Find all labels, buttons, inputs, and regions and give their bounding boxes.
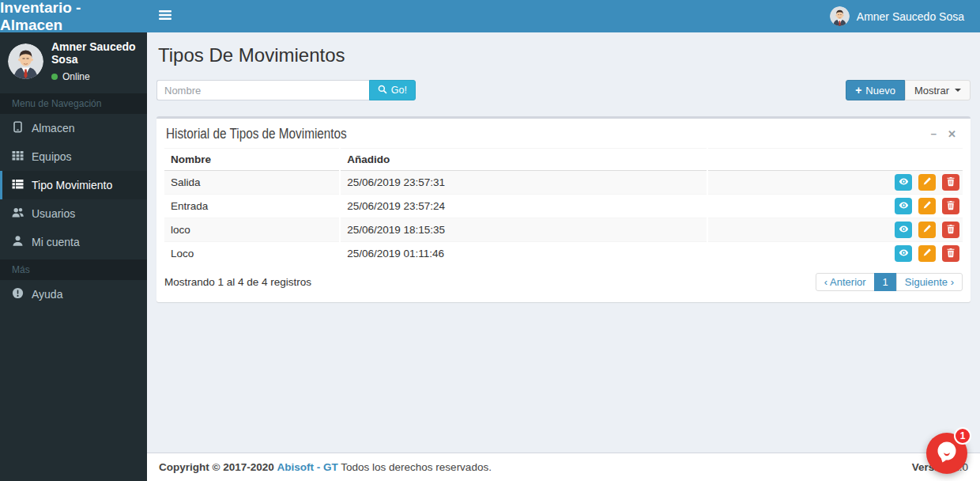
table-row: loco 25/06/2019 18:15:35 [164, 218, 963, 242]
trash-icon [946, 224, 956, 237]
table-row: Salida 25/06/2019 23:57:31 [164, 171, 963, 195]
view-button[interactable] [895, 245, 912, 262]
sidebar: Amner Saucedo Sosa Online Menu de Navega… [0, 32, 147, 481]
cell-nombre: Entrada [164, 195, 340, 218]
trash-icon [946, 248, 956, 260]
delete-button[interactable] [942, 198, 959, 214]
collapse-icon[interactable]: − [931, 129, 937, 139]
eye-icon [899, 224, 909, 237]
eye-icon [899, 176, 909, 189]
column-header-nombre: Nombre [164, 149, 340, 171]
hamburger-icon [159, 9, 172, 24]
delete-button[interactable] [942, 222, 959, 238]
sidebar-user-name: Amner Saucedo Sosa [51, 40, 139, 66]
sidebar-item-tipo-movimiento[interactable]: Tipo Movimiento [0, 171, 147, 199]
search-icon [378, 85, 387, 97]
navbar-user-menu[interactable]: Amner Saucedo Sosa [814, 0, 980, 32]
edit-button[interactable] [918, 174, 936, 191]
main-footer: Version 1.0 Copyright © 2017-2020 Abisof… [147, 453, 980, 481]
sidebar-item-usuarios[interactable]: Usuarios [0, 199, 147, 228]
table-body: Salida 25/06/2019 23:57:31 Entrada 25/06… [164, 171, 963, 266]
pencil-icon [922, 224, 932, 236]
edit-button[interactable] [918, 245, 936, 262]
sidebar-item-label: Mi cuenta [32, 236, 80, 248]
users-icon [12, 206, 24, 221]
cell-actions [707, 218, 963, 242]
table-footer: Mostrando 1 al 4 de 4 registros ‹ Anteri… [164, 265, 963, 294]
search-group: Go! [156, 80, 416, 100]
panel-header: Historial de Tipos de Movimientos − ✕ [156, 119, 971, 148]
view-button[interactable] [895, 198, 912, 214]
view-button[interactable] [895, 222, 912, 238]
trash-icon [946, 200, 956, 213]
sidebar-section-more: Más [0, 259, 147, 280]
pagination-next[interactable]: Siguiente › [896, 273, 963, 291]
footer-copyright: Copyright © 2017-2020 [159, 461, 274, 473]
pencil-icon [922, 200, 932, 212]
online-status-icon [51, 74, 58, 80]
cell-actions [707, 171, 963, 195]
sidebar-user-panel: Amner Saucedo Sosa Online [0, 32, 147, 90]
sidebar-toggle-button[interactable] [147, 0, 183, 32]
brand-logo[interactable]: Inventario - Almacen [0, 0, 147, 32]
cell-actions [707, 242, 963, 266]
show-button-label: Mostrar [914, 85, 949, 97]
navbar: Amner Saucedo Sosa [147, 0, 980, 32]
pagination-page-1[interactable]: 1 [874, 273, 897, 291]
navbar-user-name: Amner Saucedo Sosa [857, 10, 964, 23]
sidebar-item-label: Ayuda [32, 288, 62, 301]
sidebar-item-mi-cuenta[interactable]: Mi cuenta [0, 228, 147, 256]
edit-button[interactable] [918, 198, 936, 214]
sidebar-item-label: Tipo Movimiento [32, 179, 112, 191]
edit-button[interactable] [918, 222, 936, 238]
delete-button[interactable] [942, 245, 959, 262]
user-status-label: Online [62, 71, 90, 82]
chat-widget-button[interactable]: 1 [926, 433, 967, 474]
toolbar-buttons: + Nuevo Mostrar [846, 80, 971, 100]
pencil-icon [922, 176, 932, 188]
sidebar-section-nav: Menu de Navegación [0, 93, 147, 114]
cell-nombre: loco [164, 218, 340, 242]
cell-anadido: 25/06/2019 23:57:24 [340, 195, 707, 218]
sidebar-item-label: Usuarios [32, 207, 75, 220]
navbar-avatar [830, 6, 850, 26]
search-input[interactable] [156, 80, 369, 100]
chat-unread-badge: 1 [954, 427, 971, 445]
panel-body: Nombre Añadido Salida 25/06/2019 23:57:3… [156, 148, 971, 302]
panel-title: Historial de Tipos de Movimientos [166, 126, 347, 142]
new-button[interactable]: + Nuevo [846, 80, 905, 100]
delete-button[interactable] [942, 174, 959, 191]
search-go-button[interactable]: Go! [369, 80, 416, 100]
view-button[interactable] [895, 174, 912, 191]
table-row: Entrada 25/06/2019 23:57:24 [164, 195, 963, 218]
movements-table: Nombre Añadido Salida 25/06/2019 23:57:3… [164, 148, 963, 265]
user-icon [12, 235, 24, 249]
sidebar-item-almacen[interactable]: Almacen [0, 114, 147, 142]
show-dropdown-button[interactable]: Mostrar [905, 80, 971, 100]
page-title: Tipos De Movimientos [158, 44, 969, 66]
cell-anadido: 25/06/2019 18:15:35 [340, 218, 707, 242]
pagination-prev[interactable]: ‹ Anterior [816, 273, 875, 291]
cell-anadido: 25/06/2019 23:57:31 [340, 171, 707, 195]
sidebar-item-equipos[interactable]: Equipos [0, 142, 147, 171]
close-icon[interactable]: ✕ [948, 129, 956, 139]
cell-nombre: Loco [164, 242, 340, 266]
table-header-row: Nombre Añadido [164, 149, 963, 171]
pencil-icon [922, 248, 932, 259]
grid-icon [12, 150, 24, 164]
history-panel: Historial de Tipos de Movimientos − ✕ No… [156, 116, 971, 302]
main-header: Inventario - Almacen Amner Saucedo Sosa [0, 0, 980, 32]
sidebar-item-ayuda[interactable]: Ayuda [0, 280, 147, 309]
go-label: Go! [391, 85, 407, 96]
list-icon [12, 178, 24, 192]
brand-text: Inventario - Almacen [0, 0, 147, 34]
pagination: ‹ Anterior 1 Siguiente › [816, 273, 963, 291]
table-row: Loco 25/06/2019 01:11:46 [164, 242, 963, 266]
footer-rights: Todos los derechos reservados. [341, 461, 492, 473]
user-status-link[interactable]: Online [51, 71, 139, 82]
footer-company-link[interactable]: Abisoft - GT [277, 461, 338, 473]
new-button-label: Nuevo [865, 85, 895, 97]
tablet-icon [12, 121, 24, 135]
eye-icon [899, 200, 909, 213]
content-area: Tipos De Movimientos Go! + Nuevo [147, 32, 980, 453]
